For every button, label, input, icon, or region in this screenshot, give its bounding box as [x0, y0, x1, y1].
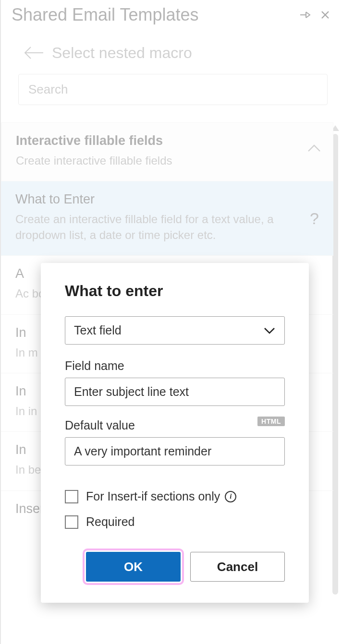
dialog-title: What to enter: [65, 282, 285, 300]
what-to-enter-dialog: What to enter Text field Field name Defa…: [41, 263, 309, 603]
cancel-button[interactable]: Cancel: [190, 552, 285, 582]
help-icon[interactable]: ?: [310, 209, 319, 228]
ok-button[interactable]: OK: [86, 552, 181, 582]
insert-if-checkbox-row[interactable]: For Insert-if sections only i: [65, 489, 285, 503]
subheader-title: Select nested macro: [52, 44, 192, 62]
item-desc: Create an interactive fillable field for…: [15, 212, 320, 243]
page-title: Shared Email Templates: [12, 5, 292, 25]
field-type-select[interactable]: Text field: [65, 316, 285, 345]
item-title: What to Enter: [15, 192, 320, 207]
info-icon[interactable]: i: [225, 491, 236, 502]
group-desc: Create interactive fillable fields: [16, 153, 319, 168]
macro-group-fillable[interactable]: Interactive fillable fields Create inter…: [1, 122, 333, 181]
default-value-label: Default value: [65, 418, 285, 432]
group-title: Interactive fillable fields: [16, 133, 319, 148]
field-name-label: Field name: [65, 359, 285, 373]
field-name-input[interactable]: [65, 378, 285, 406]
pin-icon[interactable]: [298, 8, 312, 22]
checkbox-icon[interactable]: [65, 490, 78, 503]
chevron-up-icon: [307, 144, 321, 155]
back-arrow-icon[interactable]: [22, 41, 45, 64]
html-badge[interactable]: HTML: [257, 417, 285, 426]
default-value-input[interactable]: [65, 437, 285, 465]
required-label: Required: [86, 515, 134, 529]
chevron-down-icon: [263, 323, 276, 337]
macro-item-what-to-enter[interactable]: What to Enter Create an interactive fill…: [1, 181, 333, 256]
field-type-value: Text field: [74, 323, 122, 337]
search-input[interactable]: [18, 74, 328, 105]
required-checkbox-row[interactable]: Required: [65, 515, 285, 529]
checkbox-icon[interactable]: [65, 515, 78, 529]
insert-if-label: For Insert-if sections only: [86, 489, 220, 503]
close-icon[interactable]: [318, 8, 332, 22]
